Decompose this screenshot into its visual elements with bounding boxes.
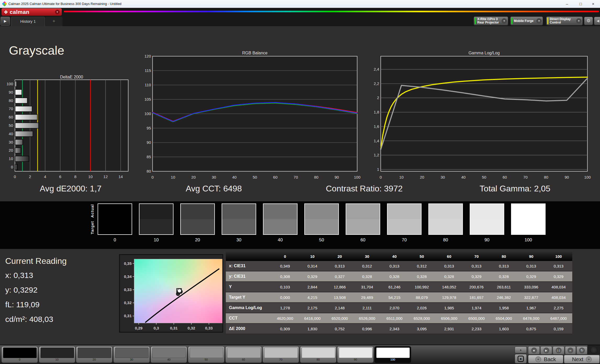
table-row: y: CIE310,3080,3290,3270,3280,3280,3280,… <box>226 271 572 282</box>
swatch-level-label: 50 <box>304 237 339 243</box>
y-tick-label: 0,34 <box>124 274 132 279</box>
table-cell: 148,052 <box>435 282 463 292</box>
patch-chip <box>3 348 37 358</box>
table-cell: 0,328 <box>408 271 436 282</box>
y-tick-label: 110 <box>145 83 151 87</box>
table-cell: 0,329 <box>299 271 326 282</box>
patch-button-40[interactable]: 40 <box>150 346 187 363</box>
patch-button-50[interactable]: 50 <box>188 346 225 363</box>
chevrons-left-icon: « <box>535 356 541 362</box>
swatch-actual-half <box>388 204 421 219</box>
swatch-actual-half <box>139 204 173 219</box>
table-cell: 6478,000 <box>518 313 545 323</box>
swatch-level-label: 100 <box>511 237 546 243</box>
y-tick-label: 10 <box>9 156 13 161</box>
maximize-button[interactable]: □ <box>575 0 586 8</box>
next-button[interactable]: Next » <box>564 355 600 363</box>
patch-chip <box>152 348 186 358</box>
y-tick-label: 2 <box>377 95 379 100</box>
y-tick-label: 50 <box>9 123 13 128</box>
table-cell: 0,159 <box>545 323 572 334</box>
table-cell: 2,233 <box>463 323 490 334</box>
minimize-button[interactable]: – <box>561 0 573 8</box>
y-tick-label: 85 <box>147 155 151 159</box>
swatch-actual-half <box>470 204 504 219</box>
patch-button-80[interactable]: 80 <box>300 346 337 363</box>
measurement-table: 0102030405060708090100x: CIE310,3490,314… <box>226 252 572 334</box>
source-label: Mobile Forge <box>514 19 536 23</box>
x-tick-label: 100 <box>584 175 591 179</box>
swatch-level-label: 80 <box>428 237 463 243</box>
meter-dropdown[interactable]: X-Rite i1Pro 3 Rear Projector ▼ <box>474 16 508 25</box>
source-dropdown[interactable]: Mobile Forge ▼ <box>510 16 543 25</box>
table-row: Target Y0,0004,21513,50829,48954,21588,0… <box>226 292 572 303</box>
table-cell: 0,313 <box>463 261 490 271</box>
table-cell: 0,329 <box>463 271 490 282</box>
patch-button-100[interactable]: 100 <box>374 346 411 363</box>
display-control-dropdown[interactable]: Direct Display Control ▼ <box>546 16 583 25</box>
table-cell: 1,830 <box>299 323 326 334</box>
calman-logo-text: calman <box>10 9 55 15</box>
calman-menu-button[interactable]: ❖ calman ▼ <box>2 8 62 16</box>
tab-history-1[interactable]: History 1 <box>11 17 45 26</box>
grayscale-swatch-50 <box>304 203 339 235</box>
y-tick-label: 100 <box>7 82 13 86</box>
table-cell: 6506,000 <box>435 313 463 323</box>
y-tick-label: 0,32 <box>124 300 132 305</box>
y-tick-label: 2,4 <box>374 67 379 71</box>
x-tick-label: 80 <box>314 175 318 179</box>
patch-button-0[interactable]: 0 <box>1 346 38 363</box>
patch-button-60[interactable]: 60 <box>225 346 262 363</box>
patch-button-30[interactable]: 30 <box>113 346 150 363</box>
swatch-target-half <box>181 219 214 234</box>
patch-size-up-button[interactable]: ▲ <box>515 346 527 353</box>
table-cell: 0,328 <box>435 271 463 282</box>
add-tab-button[interactable]: + <box>45 17 63 26</box>
next-button-label: Next <box>572 356 583 362</box>
x-tick-label: 14 <box>119 174 123 179</box>
sidebar-expander-button[interactable]: ▶ <box>1 17 10 26</box>
y-tick-label: 90 <box>9 90 13 94</box>
collapse-panel-button[interactable]: ◀ <box>594 17 600 25</box>
table-cell: 0,312 <box>408 261 436 271</box>
table-cell: 408,034 <box>545 282 572 292</box>
contrast-ratio-readout: Contrast Ratio: 3972 <box>326 184 403 194</box>
single-measure-button[interactable]: [‥] <box>553 346 564 355</box>
patch-button-20[interactable]: 20 <box>76 346 113 363</box>
table-row: Y0,1032,84412,86631,70461,246100,992148,… <box>226 282 572 292</box>
play-measure-button[interactable]: ▶ <box>540 346 552 355</box>
table-row: CCT4620,0006416,0006520,0006526,0006511,… <box>226 313 572 323</box>
y-tick-label: 115 <box>145 68 151 73</box>
patch-window-button[interactable]: ■ <box>515 354 527 363</box>
continuous-measure-button[interactable]: ∞ <box>565 346 576 355</box>
settings-button[interactable]: ⚙ <box>584 17 593 25</box>
x-tick-label: 0,33 <box>205 326 213 330</box>
table-cell: 2,275 <box>545 303 572 313</box>
swatch-target-half <box>263 219 297 234</box>
swatch-level-label: 70 <box>387 237 422 243</box>
table-row: ΔE 20000,3091,8300,7520,9962,3433,0952,9… <box>226 323 572 334</box>
table-cell: 333,096 <box>518 282 545 292</box>
patch-button-90[interactable]: 90 <box>337 346 374 363</box>
source-status-stripe <box>511 18 513 24</box>
triangle-up-icon: ▲ <box>519 348 522 351</box>
table-cell: 408,034 <box>545 292 572 303</box>
calman-app-icon <box>2 2 7 6</box>
deltae-bar-100 <box>15 81 16 87</box>
status-indicator-light <box>590 346 597 354</box>
deltae-bar-80 <box>15 98 27 103</box>
back-button[interactable]: « Back <box>528 355 563 363</box>
swatch-level-label: 60 <box>346 237 380 243</box>
refresh-measure-button[interactable]: ↻ <box>576 346 587 355</box>
stop-measure-button[interactable]: ■ <box>528 346 540 355</box>
close-button[interactable]: × <box>587 0 599 8</box>
grayscale-swatch-0 <box>98 203 132 235</box>
table-cell: 1,603 <box>490 323 518 334</box>
page-title: Grayscale <box>9 43 64 58</box>
patch-button-10[interactable]: 10 <box>39 346 75 363</box>
x-tick-label: 90 <box>334 175 339 179</box>
patch-level-label: 40 <box>151 358 187 361</box>
table-cell: 2,026 <box>408 303 436 313</box>
grayscale-swatch-20 <box>180 203 215 235</box>
patch-button-70[interactable]: 70 <box>262 346 299 363</box>
